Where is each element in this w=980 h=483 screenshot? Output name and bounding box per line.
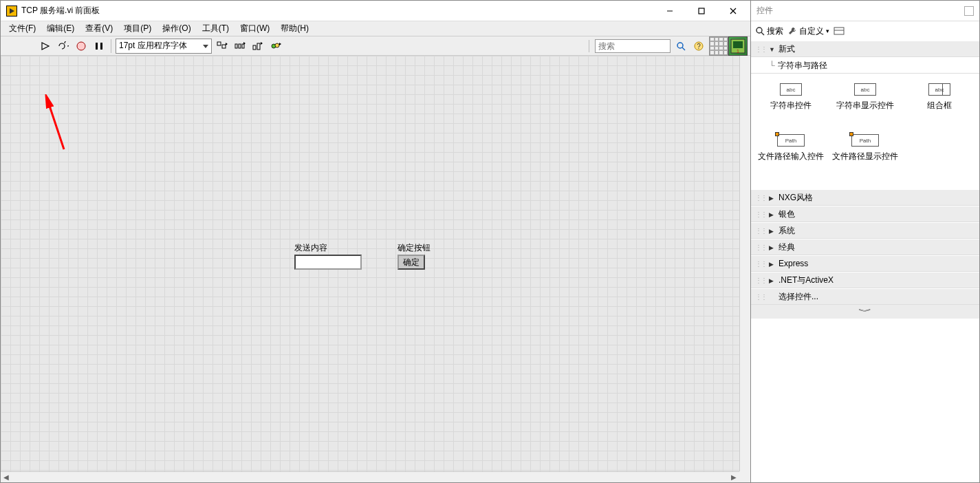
- palette-items-grid: abc 字符串控件 abc 字符串显示控件 abc 组合框 Path 文件路径输…: [751, 74, 979, 189]
- canvas-wrap: 发送内容 确定按钮 确定 ◀ ▶: [1, 56, 750, 482]
- palette-tree: ⋮⋮新式 └字符串与路径 abc 字符串控件 abc 字符串显示控件 abc 组…: [751, 41, 979, 482]
- resize-button[interactable]: [250, 39, 265, 54]
- controls-palette: 控件 搜索 自定义▾ ⋮⋮新式 └字符串与路径 abc 字符串控件 abc 字符…: [751, 0, 980, 483]
- path-input-icon: Path: [777, 134, 805, 147]
- item-combo-box[interactable]: abc 组合框: [902, 80, 977, 131]
- svg-marker-5: [42, 43, 49, 50]
- combo-box-icon: abc: [928, 83, 950, 96]
- maximize-button[interactable]: [686, 1, 717, 21]
- svg-line-32: [761, 32, 764, 35]
- tree-modern[interactable]: ⋮⋮新式: [751, 41, 979, 57]
- send-content-input[interactable]: [294, 255, 362, 270]
- path-indicator-icon: Path: [851, 134, 879, 147]
- tree-system[interactable]: ⋮⋮系统: [751, 222, 979, 239]
- item-empty: [902, 131, 977, 182]
- svg-rect-13: [239, 44, 241, 48]
- svg-rect-17: [257, 43, 260, 50]
- palette-view-button[interactable]: [834, 26, 845, 36]
- svg-rect-9: [217, 42, 221, 45]
- svg-rect-27: [733, 41, 743, 48]
- svg-rect-12: [235, 44, 237, 48]
- vi-icon[interactable]: 1: [728, 36, 748, 56]
- tree-string-path[interactable]: └字符串与路径: [751, 57, 979, 74]
- palette-toolbar: 搜索 自定义▾: [751, 21, 979, 41]
- connector-pane-icon[interactable]: [709, 36, 728, 56]
- svg-rect-10: [222, 45, 226, 48]
- svg-rect-2: [699, 8, 704, 14]
- title-bar: TCP 服务端.vi 前面板: [1, 1, 750, 21]
- svg-marker-18: [261, 42, 263, 45]
- svg-point-22: [677, 43, 683, 48]
- item-path-input[interactable]: Path 文件路径输入控件: [754, 131, 828, 182]
- svg-marker-11: [226, 43, 228, 45]
- app-icon: [6, 6, 17, 17]
- palette-pin-icon[interactable]: [964, 6, 974, 16]
- string-indicator-icon: abc: [854, 83, 876, 96]
- tree-dotnet[interactable]: ⋮⋮.NET与ActiveX: [751, 272, 979, 288]
- svg-marker-0: [10, 8, 14, 14]
- item-path-indicator[interactable]: Path 文件路径显示控件: [828, 131, 902, 182]
- menu-edit[interactable]: 编辑(E): [41, 21, 80, 36]
- minimize-button[interactable]: [654, 1, 686, 21]
- tree-nxg[interactable]: ⋮⋮NXG风格: [751, 189, 979, 206]
- svg-rect-33: [834, 28, 844, 34]
- view-icon: [834, 26, 845, 36]
- send-content-label: 发送内容: [294, 242, 327, 254]
- svg-rect-7: [96, 43, 98, 50]
- svg-text:1: 1: [737, 49, 739, 54]
- palette-customize-button[interactable]: 自定义▾: [787, 25, 829, 37]
- svg-rect-16: [253, 45, 256, 50]
- toolbar-divider: [111, 39, 111, 53]
- palette-expand-row[interactable]: ︾: [751, 305, 979, 319]
- item-string-control[interactable]: abc 字符串控件: [754, 80, 828, 131]
- palette-search-button[interactable]: 搜索: [755, 25, 783, 37]
- run-continuous-button[interactable]: [56, 39, 71, 54]
- pause-button[interactable]: [91, 39, 107, 54]
- menu-help[interactable]: 帮助(H): [275, 21, 314, 36]
- ok-button-label: 确定按钮: [398, 242, 431, 254]
- tree-silver[interactable]: ⋮⋮银色: [751, 206, 979, 222]
- search-icon[interactable]: [673, 39, 688, 54]
- svg-line-30: [47, 100, 64, 149]
- scroll-left-icon[interactable]: ◀: [1, 473, 12, 482]
- window-title: TCP 服务端.vi 前面板: [21, 5, 100, 17]
- menu-bar: 文件(F) 编辑(E) 查看(V) 项目(P) 操作(O) 工具(T) 窗口(W…: [1, 21, 750, 36]
- menu-tools[interactable]: 工具(T): [197, 21, 235, 36]
- align-button[interactable]: [215, 39, 230, 54]
- distribute-button[interactable]: [232, 39, 248, 54]
- reorder-button[interactable]: [268, 39, 283, 54]
- scroll-right-icon[interactable]: ▶: [728, 473, 739, 482]
- run-button[interactable]: [38, 39, 53, 54]
- tree-express[interactable]: ⋮⋮Express: [751, 255, 979, 272]
- scroll-corner: [739, 471, 750, 482]
- palette-header: 控件: [751, 1, 979, 21]
- vertical-scrollbar[interactable]: [739, 56, 750, 471]
- toolbar-search-input[interactable]: [595, 39, 671, 53]
- font-selector[interactable]: 17pt 应用程序字体: [116, 39, 212, 54]
- string-control-icon: abc: [780, 83, 802, 96]
- menu-view[interactable]: 查看(V): [80, 21, 118, 36]
- window-controls: [654, 1, 749, 21]
- search-icon: [755, 26, 765, 36]
- svg-line-23: [682, 47, 685, 50]
- help-icon[interactable]: ?: [691, 39, 706, 54]
- ok-button[interactable]: 确定: [398, 255, 425, 270]
- menu-project[interactable]: 项目(P): [118, 21, 157, 36]
- horizontal-scrollbar[interactable]: ◀ ▶: [1, 471, 739, 482]
- svg-rect-14: [242, 44, 244, 48]
- tree-select-control[interactable]: ⋮⋮选择控件...: [751, 288, 979, 305]
- svg-point-6: [77, 42, 85, 50]
- svg-rect-8: [100, 43, 102, 50]
- menu-window[interactable]: 窗口(W): [235, 21, 275, 36]
- menu-operate[interactable]: 操作(O): [157, 21, 196, 36]
- menu-file[interactable]: 文件(F): [3, 21, 41, 36]
- front-panel-canvas[interactable]: 发送内容 确定按钮 确定: [1, 56, 739, 471]
- item-string-indicator[interactable]: abc 字符串显示控件: [828, 80, 902, 131]
- svg-marker-21: [279, 43, 281, 45]
- abort-button[interactable]: [74, 39, 89, 54]
- svg-text:?: ?: [697, 43, 701, 50]
- close-button[interactable]: [717, 1, 749, 21]
- main-window: TCP 服务端.vi 前面板 文件(F) 编辑(E) 查看(V) 项目(P) 操…: [0, 0, 751, 483]
- tree-classic[interactable]: ⋮⋮经典: [751, 239, 979, 255]
- search-divider: [589, 40, 589, 52]
